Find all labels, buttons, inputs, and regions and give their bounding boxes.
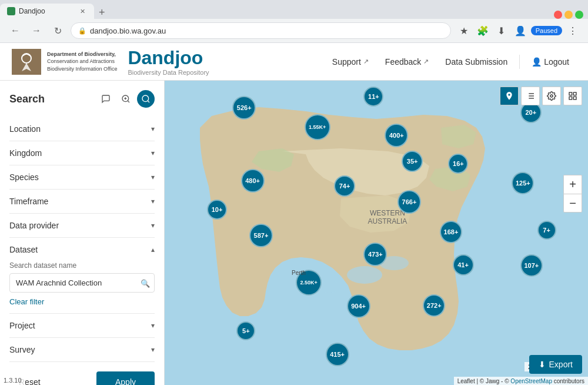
chevron-down-icon-species: ▾: [151, 173, 155, 181]
map-cluster-c14[interactable]: 168+: [440, 221, 462, 243]
map-cluster-c23[interactable]: 415+: [326, 343, 349, 366]
bookmark-button[interactable]: ★: [456, 22, 472, 39]
filter-section-location: Location ▾: [9, 117, 155, 141]
gov-text: Department of Biodiversity, Conservation…: [47, 51, 117, 73]
dandjoo-title: Dandjoo: [128, 47, 209, 69]
tab-title: Dandjoo: [19, 7, 45, 15]
map-cluster-c20[interactable]: 904+: [347, 294, 370, 318]
dandjoo-subtitle: Biodiversity Data Repository: [128, 69, 209, 76]
tab-close-button[interactable]: ✕: [78, 6, 87, 16]
forward-button[interactable]: →: [28, 22, 45, 39]
export-button[interactable]: ⬇ Export: [529, 355, 582, 374]
reload-button[interactable]: ↻: [49, 22, 66, 39]
chevron-down-icon-location: ▾: [151, 125, 155, 133]
window-maximize-button[interactable]: [575, 11, 583, 19]
apply-button[interactable]: Apply: [96, 371, 155, 385]
filter-label-kingdom: Kingdom: [9, 148, 42, 158]
map-settings-tool-button[interactable]: [542, 87, 561, 105]
feedback-link[interactable]: Feedback ↗: [378, 54, 436, 70]
map-cluster-c15[interactable]: 7+: [537, 221, 556, 240]
save-search-button[interactable]: [97, 90, 115, 108]
support-label: Support: [332, 57, 361, 67]
search-title: Search: [9, 93, 45, 105]
dandjoo-brand: Dandjoo Biodiversity Data Repository: [128, 47, 209, 76]
support-link[interactable]: Support ↗: [325, 54, 376, 70]
map-grid-tool-button[interactable]: [563, 87, 582, 105]
map-area[interactable]: WESTERNAUSTRALIA Perth + − 526+1.55K+400…: [165, 81, 588, 385]
map-cluster-c11[interactable]: 10+: [207, 200, 227, 220]
new-tab-button[interactable]: +: [94, 6, 110, 19]
map-cluster-c3[interactable]: 400+: [385, 124, 408, 147]
filter-section-species: Species ▾: [9, 165, 155, 190]
menu-button[interactable]: ⋮: [564, 22, 581, 39]
filter-header-kingdom[interactable]: Kingdom ▾: [9, 141, 155, 165]
zoom-in-button[interactable]: +: [563, 175, 582, 194]
map-cluster-c17[interactable]: 41+: [453, 254, 474, 276]
filter-section-timeframe: Timeframe ▾: [9, 190, 155, 214]
map-attribution: Leaflet | © Jawg - © OpenStreetMap contr…: [454, 377, 588, 385]
window-minimize-button[interactable]: [564, 11, 573, 19]
map-cluster-c9[interactable]: 74+: [334, 175, 355, 197]
tab-bar: Dandjoo ✕ +: [0, 0, 588, 19]
export-label: Export: [549, 360, 573, 369]
filter-section-project: Project ▾: [9, 314, 155, 338]
map-cluster-c8[interactable]: 480+: [241, 169, 265, 192]
map-cluster-c16[interactable]: 473+: [363, 243, 387, 266]
download-button[interactable]: ⬇: [493, 22, 510, 39]
paused-badge: Paused: [531, 26, 562, 35]
chevron-up-icon-dataset: ▴: [151, 245, 155, 254]
filter-header-dataset[interactable]: Dataset ▴: [9, 238, 155, 261]
logout-label: Logout: [544, 57, 569, 67]
gov-dept-line2: Conservation and Attractions: [47, 58, 117, 65]
active-tab[interactable]: Dandjoo ✕: [0, 4, 94, 19]
openstreetmap-link[interactable]: OpenStreetMap: [510, 378, 552, 384]
filter-header-survey[interactable]: Survey ▾: [9, 338, 155, 361]
address-bar-row: ← → ↻ 🔒 dandjoo.bio.wa.gov.au ★ 🧩 ⬇ 👤 Pa…: [0, 19, 588, 42]
extension-button[interactable]: 🧩: [475, 22, 491, 39]
svg-rect-18: [569, 97, 572, 99]
map-cluster-c18[interactable]: 107+: [520, 254, 543, 277]
address-input[interactable]: 🔒 dandjoo.bio.wa.gov.au: [71, 22, 451, 39]
clear-filter-link[interactable]: Clear filter: [9, 297, 155, 306]
filter-label-survey: Survey: [9, 345, 35, 354]
filter-section-kingdom: Kingdom ▾: [9, 141, 155, 165]
map-cluster-c1[interactable]: 526+: [232, 96, 256, 120]
dataset-filter-content: Search dataset name 🔍 Clear filter: [9, 261, 155, 313]
filter-label-species: Species: [9, 172, 39, 182]
filter-label-project: Project: [9, 321, 35, 330]
header-logo: Department of Biodiversity, Conservation…: [12, 47, 209, 76]
browser-toolbar-icons: ★ 🧩 ⬇ 👤 Paused ⋮: [456, 22, 581, 39]
main-content: Search Location ▾: [0, 81, 588, 385]
filter-header-project[interactable]: Project ▾: [9, 314, 155, 337]
logout-button[interactable]: 👤 Logout: [524, 54, 576, 70]
svg-rect-17: [573, 97, 576, 99]
gov-dept-line1: Department of Biodiversity,: [47, 51, 117, 58]
filter-header-timeframe[interactable]: Timeframe ▾: [9, 190, 155, 213]
map-pin-tool-button[interactable]: [500, 87, 519, 105]
map-cluster-c2[interactable]: 1.55K+: [305, 114, 330, 140]
download-icon: ⬇: [539, 360, 546, 369]
back-button[interactable]: ←: [7, 22, 24, 39]
map-cluster-c21[interactable]: 272+: [423, 294, 445, 317]
filter-header-location[interactable]: Location ▾: [9, 117, 155, 141]
address-text: dandjoo.bio.wa.gov.au: [90, 26, 443, 35]
window-close-button[interactable]: [554, 11, 562, 19]
data-submission-link[interactable]: Data Submission: [438, 54, 514, 70]
lock-icon: 🔒: [78, 27, 86, 35]
app-header: Department of Biodiversity, Conservation…: [0, 43, 588, 81]
location-search-button[interactable]: [117, 90, 135, 108]
search-icons: [97, 90, 155, 108]
filter-section-dataset: Dataset ▴ Search dataset name 🔍 Clear fi…: [9, 238, 155, 314]
user-icon: 👤: [532, 57, 542, 67]
filter-label-location: Location: [9, 124, 41, 134]
filter-header-data-provider[interactable]: Data provider ▾: [9, 214, 155, 237]
feedback-external-icon: ↗: [423, 58, 429, 65]
dataset-input-label: Search dataset name: [9, 261, 155, 270]
filter-header-species[interactable]: Species ▾: [9, 165, 155, 189]
svg-point-3: [142, 95, 149, 102]
zoom-out-button[interactable]: −: [563, 194, 582, 213]
profile-button[interactable]: 👤: [512, 22, 529, 39]
dataset-search-input[interactable]: [9, 273, 155, 293]
map-list-tool-button[interactable]: [521, 87, 540, 105]
search-button[interactable]: [137, 90, 155, 108]
